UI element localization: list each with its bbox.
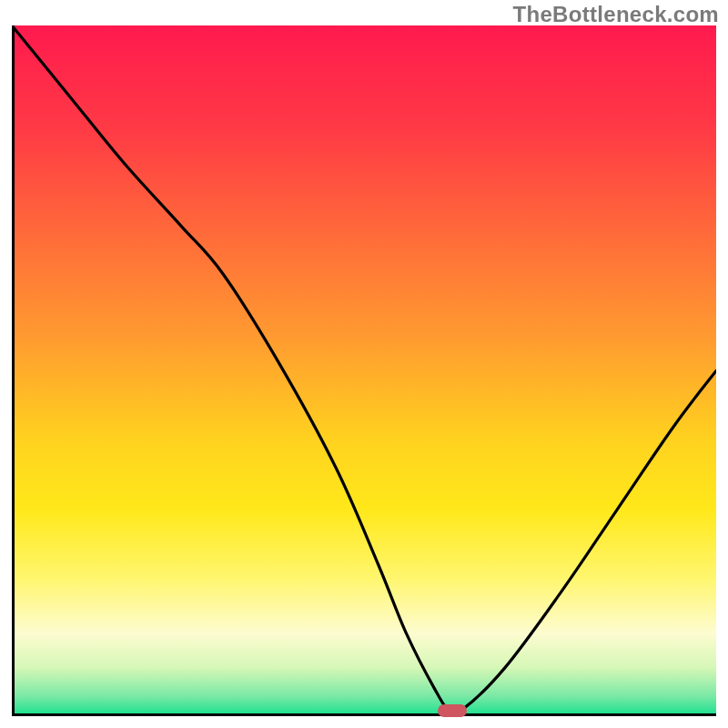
gradient-background: [12, 25, 716, 716]
watermark-text: TheBottleneck.com: [513, 2, 719, 27]
chart-container: TheBottleneck.com: [0, 0, 728, 728]
plot-area: [12, 25, 716, 716]
minimum-marker: [438, 704, 467, 717]
